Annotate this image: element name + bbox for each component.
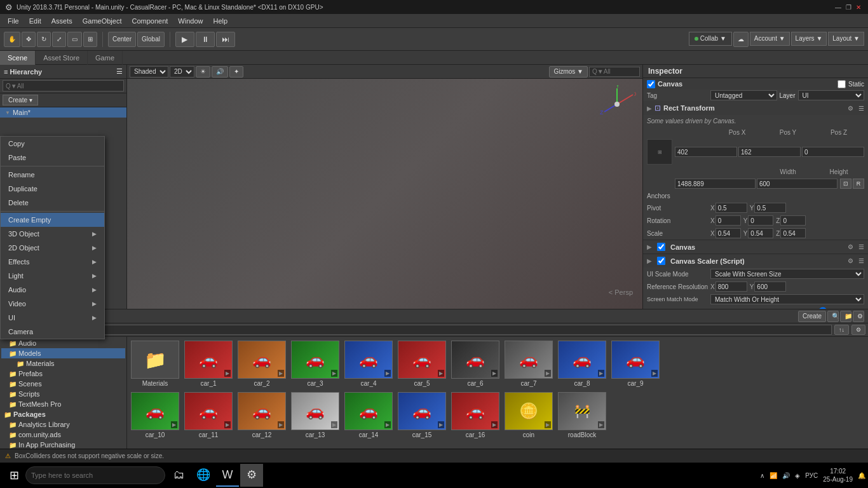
effects-btn[interactable]: ✦ [229,66,243,78]
rot-z-input[interactable] [780,215,806,226]
rt-menu-icon[interactable]: ☰ [858,105,864,112]
ctx-light[interactable]: Light ▶ [1,269,104,283]
ctx-3d-object[interactable]: 3D Object ▶ [1,227,104,241]
gizmos-btn[interactable]: Gizmos ▼ [549,66,588,78]
asset-car13[interactable]: 🚗 ▶ car_13 [290,391,341,440]
move-tool-btn[interactable]: ✥ [22,32,36,47]
width-input[interactable] [675,179,756,189]
ctx-delete[interactable]: Delete [1,196,104,210]
hierarchy-menu-icon[interactable]: ☰ [116,67,123,76]
match-slider[interactable] [729,307,829,309]
canvas-menu-icon[interactable]: ☰ [858,243,864,250]
window-controls[interactable]: — ❐ ✕ [834,3,863,11]
rotate-tool-btn[interactable]: ↻ [37,32,51,47]
asset-car10[interactable]: 🚗 ▶ car_10 [130,391,180,440]
ctx-2d-object[interactable]: 2D Object ▶ [1,241,104,255]
canvas-scaler-header[interactable]: ▶ Canvas Scaler (Script) ⚙ ☰ [643,254,868,268]
rt-reset-btn[interactable]: R [853,179,864,189]
ctx-audio[interactable]: Audio ▶ [1,283,104,297]
hierarchy-create-btn[interactable]: Create ▾ [3,95,38,105]
minimize-btn[interactable]: — [834,3,843,11]
assets-search-btn[interactable]: 🔍 [827,311,839,322]
menu-assets[interactable]: Assets [46,16,78,26]
asset-coin[interactable]: 🪙 ▶ coin [503,391,554,440]
scale-z-input[interactable] [780,228,806,238]
height-input[interactable] [757,179,837,189]
pause-btn[interactable]: ⏸ [196,32,215,47]
asset-car11[interactable]: 🚗 ▶ car_11 [183,391,234,440]
ui-scale-mode-dropdown[interactable]: Scale With Screen Size [710,269,864,279]
menu-gameobject[interactable]: GameObject [78,16,127,26]
collab-btn[interactable]: Collab ▼ [689,32,732,46]
ref-res-x-input[interactable] [715,281,747,292]
asset-materials-folder[interactable]: 📁 Materials [130,339,180,388]
asset-car4[interactable]: 🚗 ▶ car_4 [343,339,394,388]
ref-res-y-input[interactable] [754,281,786,292]
tag-dropdown[interactable]: Untagged [710,90,777,100]
pos-x-input[interactable] [675,147,737,157]
asset-car1[interactable]: 🚗 ▶ car_1 [183,339,234,388]
tree-prefabs[interactable]: 📁 Prefabs [1,369,125,379]
layer-dropdown[interactable]: UI [798,90,865,100]
tree-audio[interactable]: 📁 Audio [1,338,125,348]
scene-tab[interactable]: Scene [0,51,36,65]
layers-dropdown[interactable]: Layers ▼ [791,32,827,46]
global-btn[interactable]: Global [137,32,165,47]
scene-search-input[interactable] [589,67,640,77]
asset-car15[interactable]: 🚗 ▶ car_15 [397,391,447,440]
scale-tool-btn[interactable]: ⤢ [52,32,66,47]
game-tab[interactable]: Game [88,51,123,65]
rt-settings-icon[interactable]: ⚙ [848,105,853,112]
scaler-menu-icon[interactable]: ☰ [858,257,864,264]
asset-car5[interactable]: 🚗 ▶ car_5 [397,339,447,388]
assets-settings-btn[interactable]: ⚙ [853,311,864,322]
canvas-settings-icon[interactable]: ⚙ [848,243,853,250]
hand-tool-btn[interactable]: ✋ [4,32,20,47]
asset-car2[interactable]: 🚗 ▶ car_2 [236,339,287,388]
ctx-duplicate[interactable]: Duplicate [1,182,104,196]
asset-car3[interactable]: 🚗 ▶ car_3 [290,339,341,388]
taskbar-unity-app[interactable]: ⚙ [240,464,263,487]
ctx-video[interactable]: Video ▶ [1,297,104,311]
assets-filter-btn[interactable]: ⚙ [851,325,865,335]
asset-car9[interactable]: 🚗 ▶ car_9 [610,339,661,388]
rot-x-input[interactable] [715,215,741,226]
asset-store-tab[interactable]: Asset Store [36,51,88,65]
step-btn[interactable]: ⏭ [216,32,235,47]
static-checkbox[interactable] [837,80,846,88]
asset-car6[interactable]: 🚗 ▶ car_6 [450,339,501,388]
assets-sort-btn[interactable]: ↑↓ [834,325,849,335]
pivot-x-input[interactable] [715,203,747,213]
screen-match-dropdown[interactable]: Match Width Or Height [710,294,864,304]
sun-btn[interactable]: ☀ [196,66,210,78]
scale-y-input[interactable] [748,228,773,238]
rot-y-input[interactable] [748,215,773,226]
asset-car16[interactable]: 🚗 ▶ car_16 [450,391,501,440]
asset-car8[interactable]: 🚗 ▶ car_8 [557,339,607,388]
menu-window[interactable]: Window [173,16,208,26]
assets-search-input[interactable] [53,325,832,335]
notifications-icon[interactable]: 🔔 [858,472,865,479]
taskbar-browser-app[interactable]: 🌐 [192,464,215,487]
tree-scripts[interactable]: 📁 Scripts [1,389,125,399]
center-btn[interactable]: Center [108,32,136,47]
scene-view[interactable]: X Y Z < Persp [127,79,642,309]
tree-textmeshpro1[interactable]: 📁 TextMesh Pro [1,399,125,409]
assets-folder-btn[interactable]: 📁 [840,311,851,322]
tree-unity-ads[interactable]: 📁 com.unity.ads [1,430,125,440]
tree-packages[interactable]: 📁 Packages [1,409,125,419]
scaler-settings-icon[interactable]: ⚙ [848,257,853,264]
tree-models[interactable]: 📁 Models [1,348,125,358]
menu-component[interactable]: Component [126,16,173,26]
ctx-effects[interactable]: Effects ▶ [1,255,104,269]
tray-expand-icon[interactable]: ∧ [760,472,764,479]
rect-transform-header[interactable]: ▶ ⊡ Rect Transform ⚙ ☰ [643,101,868,115]
scale-x-input[interactable] [715,228,741,238]
ctx-copy[interactable]: Copy [1,137,104,151]
menu-help[interactable]: Help [208,16,233,26]
account-dropdown[interactable]: Account ▼ [750,32,790,46]
ctx-rename[interactable]: Rename [1,168,104,182]
asset-car14[interactable]: 🚗 ▶ car_14 [343,391,394,440]
maximize-btn[interactable]: ❐ [844,3,853,11]
taskbar-files-app[interactable]: 🗂 [168,464,191,487]
